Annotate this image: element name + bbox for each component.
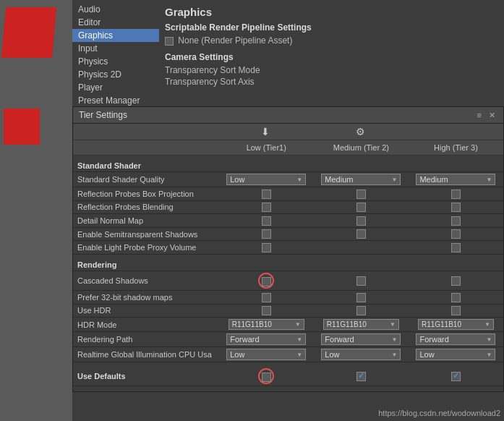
menu-item-editor[interactable]: Editor — [72, 16, 159, 29]
cell-p32-low — [219, 290, 314, 304]
tier-icon-row: ⬇ ⚙ — [73, 124, 503, 140]
label-semitransparent: Enable Semitransparent Shadows — [73, 227, 219, 241]
tier-table: Low (Tier1) Medium (Tier 2) High (Tier 3… — [73, 140, 503, 386]
cell-hdr-high — [409, 304, 503, 318]
cell-sq-medium: Medium▼ — [314, 172, 409, 187]
row-light-probe: Enable Light Probe Proxy Volume — [73, 241, 503, 255]
tier-titlebar: Tier Settings ≡ ✕ — [73, 107, 503, 124]
dropdown-sq-low[interactable]: Low▼ — [226, 174, 306, 185]
col-header-low: Low (Tier1) — [219, 140, 314, 156]
menu-item-physics[interactable]: Physics — [72, 55, 159, 68]
cb-ud-high[interactable] — [451, 372, 461, 381]
download-icon[interactable]: ⬇ — [218, 126, 313, 137]
cb-rbl-low[interactable] — [262, 203, 271, 212]
label-rendering-path: Rendering Path — [73, 332, 219, 347]
label-light-probe: Enable Light Probe Proxy Volume — [73, 241, 219, 255]
cell-lp-medium — [314, 241, 409, 255]
row-semitransparent-shadows: Enable Semitransparent Shadows — [73, 227, 503, 241]
dropdown-sq-high[interactable]: Medium▼ — [416, 174, 495, 185]
cell-rp-high: Forward▼ — [409, 332, 503, 347]
cb-dn-low[interactable] — [262, 216, 271, 226]
col-header-medium: Medium (Tier 2) — [314, 140, 409, 156]
col-header-high: High (Tier 3) — [409, 140, 503, 156]
menu-item-audio[interactable]: Audio — [72, 3, 159, 16]
cell-rp-medium: Forward▼ — [314, 332, 409, 347]
cb-ud-low[interactable] — [262, 373, 271, 382]
dropdown-gi-medium[interactable]: Low▼ — [321, 349, 401, 360]
cell-sq-high: Medium▼ — [409, 172, 503, 187]
cell-sq-low: Low▼ — [219, 172, 314, 187]
menu-item-preset-manager[interactable]: Preset Manager — [72, 94, 159, 107]
cell-cs-high — [409, 271, 503, 290]
cb-cs-high[interactable] — [451, 276, 461, 286]
row-realtime-gi: Realtime Global Illumination CPU Usa Low… — [73, 347, 503, 362]
cb-st-low[interactable] — [262, 229, 271, 239]
dropdown-rp-high[interactable]: Forward▼ — [416, 333, 495, 345]
dropdown-sq-medium[interactable]: Medium▼ — [321, 174, 401, 185]
menu-item-input[interactable]: Input — [72, 42, 159, 55]
cell-lp-high — [409, 241, 503, 255]
cell-ud-low — [219, 362, 314, 386]
section-use-defaults: Use Defaults — [73, 362, 503, 386]
cell-rp-low: Forward▼ — [219, 332, 314, 347]
dropdown-gi-low[interactable]: Low▼ — [226, 349, 306, 360]
cb-dn-high[interactable] — [451, 216, 461, 226]
cb-cs-medium[interactable] — [356, 276, 366, 286]
dropdown-rp-low[interactable]: Forward▼ — [226, 333, 306, 345]
label-use-hdr: Use HDR — [73, 304, 219, 318]
cb-p32-medium[interactable] — [356, 293, 366, 302]
empty-icon-cell — [73, 126, 218, 137]
cb-lp-high[interactable] — [451, 243, 461, 252]
camera-section-title: Camera Settings — [165, 52, 498, 62]
row-detail-normal: Detail Normal Map — [73, 214, 503, 228]
cb-rbl-high[interactable] — [451, 203, 461, 212]
cb-hdr-low[interactable] — [262, 306, 271, 315]
cb-rb-low[interactable] — [262, 190, 271, 199]
cb-ud-medium[interactable] — [356, 372, 366, 381]
dropdown-hm-low[interactable]: R11G11B10▼ — [228, 319, 304, 330]
graphics-panel: Graphics Scriptable Render Pipeline Sett… — [159, 0, 504, 105]
cell-st-low — [219, 227, 314, 241]
cb-dn-medium[interactable] — [356, 216, 366, 226]
tier-settings-window: Tier Settings ≡ ✕ ⬇ ⚙ Low (Tier1) Medium… — [72, 106, 504, 392]
cb-p32-high[interactable] — [451, 293, 461, 302]
cell-cs-medium — [314, 271, 409, 290]
cb-st-medium[interactable] — [356, 229, 366, 239]
window-close-icon[interactable]: ✕ — [487, 111, 497, 120]
cell-rb-high — [409, 187, 503, 201]
cell-hm-medium: R11G11B10▼ — [314, 318, 409, 332]
cb-rb-medium[interactable] — [356, 190, 366, 199]
menu-item-physics2d[interactable]: Physics 2D — [72, 68, 159, 81]
cb-st-high[interactable] — [451, 229, 461, 239]
tier-table-container: Low (Tier1) Medium (Tier 2) High (Tier 3… — [73, 140, 503, 391]
dropdown-gi-high[interactable]: Low▼ — [416, 349, 495, 360]
settings-icon[interactable]: ⚙ — [313, 126, 409, 137]
cb-p32-low[interactable] — [262, 293, 271, 302]
label-use-defaults: Use Defaults — [73, 362, 219, 386]
cb-rb-high[interactable] — [451, 190, 461, 199]
cb-lp-low[interactable] — [262, 243, 271, 252]
cb-rbl-medium[interactable] — [356, 203, 366, 212]
cell-rbl-medium — [314, 200, 409, 214]
red-cube-top — [1, 7, 56, 58]
dropdown-hm-medium[interactable]: R11G11B10▼ — [323, 319, 399, 330]
menu-item-player[interactable]: Player — [72, 81, 159, 94]
dropdown-hm-high[interactable]: R11G11B10▼ — [418, 319, 494, 330]
cb-hdr-medium[interactable] — [356, 306, 366, 315]
window-menu-icon[interactable]: ≡ — [475, 111, 484, 120]
cell-cs-low — [219, 271, 314, 290]
unity-viewport — [0, 0, 72, 421]
row-rendering-path: Rendering Path Forward▼ Forward▼ Forward… — [73, 332, 503, 347]
dropdown-rp-medium[interactable]: Forward▼ — [321, 333, 401, 345]
tier-window-title: Tier Settings — [79, 110, 127, 120]
cell-hm-high: R11G11B10▼ — [409, 318, 503, 332]
cell-p32-high — [409, 290, 503, 304]
cb-cs-low[interactable] — [262, 277, 271, 286]
menu-item-graphics[interactable]: Graphics — [72, 29, 159, 42]
cell-dn-low — [219, 214, 314, 228]
row-hdr-mode: HDR Mode R11G11B10▼ R11G11B10▼ R11G11B10… — [73, 318, 503, 332]
cell-rbl-low — [219, 200, 314, 214]
cell-dn-high — [409, 214, 503, 228]
cb-hdr-high[interactable] — [451, 306, 461, 315]
camera-item-2: Transparency Sort Axis — [165, 76, 498, 88]
